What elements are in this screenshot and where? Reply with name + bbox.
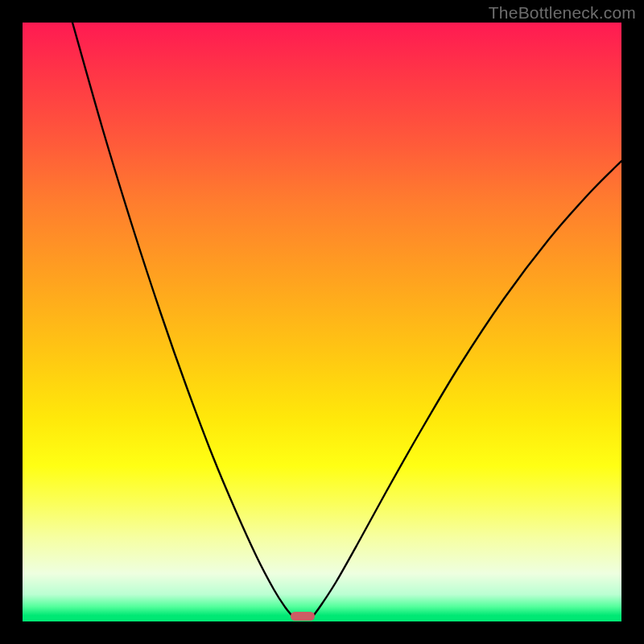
plot-area [23, 23, 621, 621]
left-curve [72, 23, 291, 615]
right-curve [314, 161, 621, 615]
chart-frame: TheBottleneck.com [0, 0, 644, 644]
curves-layer [23, 23, 621, 621]
bottleneck-marker [291, 612, 315, 621]
watermark-text: TheBottleneck.com [489, 3, 636, 23]
